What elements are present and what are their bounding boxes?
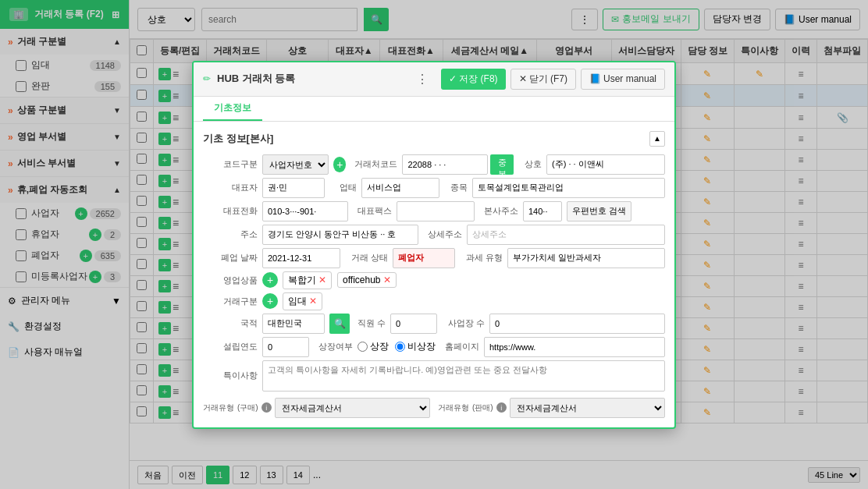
section-collapse-btn[interactable]: ▲	[649, 131, 665, 147]
trade-type-buy-info[interactable]: i	[261, 402, 272, 413]
fax-label: 대표팩스	[353, 205, 392, 217]
modal-close-label: 닫기 (F7)	[529, 73, 567, 86]
modal-header-actions: ⋮ ✓ 저장 (F8) ✕ 닫기 (F7) 📘 User manual	[408, 69, 665, 90]
trade-status-label: 거래 상태	[345, 252, 388, 264]
product-tag-1: officehub ✕	[337, 272, 397, 288]
name-label: 상호	[518, 158, 542, 170]
radio-listed[interactable]: 상장	[358, 340, 389, 353]
form-row-9: 설립연도 상장여부 상장 비상장 홈페이지	[203, 337, 665, 357]
form-row-8: 국적 🔍 직원 수 사업장 수	[203, 314, 665, 334]
modal-save-btn[interactable]: ✓ 저장 (F8)	[441, 69, 505, 90]
section-header: 기초 정보[본사] ▲	[203, 131, 665, 147]
closed-date-input[interactable]	[262, 248, 340, 268]
trade-type-tag-0-label: 임대	[288, 295, 307, 308]
trade-type-tags: 임대 ✕	[283, 292, 325, 310]
fax-input[interactable]	[397, 201, 475, 221]
address-detail-label: 상세주소	[423, 229, 462, 240]
trade-type-buy-select[interactable]: 전자세금계산서	[275, 398, 430, 418]
close-icon: ✕	[519, 73, 527, 84]
homepage-input[interactable]	[484, 337, 665, 357]
trade-type-tag-0: 임대 ✕	[283, 292, 322, 310]
product-tag-0-remove[interactable]: ✕	[318, 275, 326, 285]
section-title: 기초 정보[본사]	[203, 132, 273, 146]
trade-type-buy-label: 거래유형	[203, 402, 234, 413]
modal-header: ✏ HUB 거래처 등록 ⋮ ✓ 저장 (F8) ✕ 닫기 (F7) 📘 Use…	[194, 62, 674, 97]
modal-close-btn[interactable]: ✕ 닫기 (F7)	[510, 69, 576, 90]
location-input[interactable]	[262, 225, 418, 245]
radio-listed-input[interactable]	[358, 342, 368, 352]
trade-code-group: 중복확인	[402, 154, 514, 175]
name-input[interactable]	[546, 154, 665, 175]
trade-type-label: 거래구분	[203, 296, 258, 307]
trade-type-buy-group: 거래유형 (구매) i 전자세금계산서	[203, 398, 430, 418]
add-code-btn[interactable]: +	[333, 157, 346, 172]
business-size-label: 사업장 수	[442, 317, 485, 329]
radio-listed-label: 상장	[370, 340, 389, 353]
add-trade-type-btn[interactable]: +	[262, 293, 278, 309]
modal-tabs: 기초정보	[194, 97, 674, 122]
trade-type-sell-label: 거래유형	[438, 402, 469, 413]
trade-type-sell-info[interactable]: i	[496, 402, 507, 413]
location-label: 주소	[203, 229, 258, 240]
employees-label: 직원 수	[354, 317, 386, 329]
address-zip-input[interactable]	[523, 201, 562, 221]
country-label: 국적	[203, 317, 258, 329]
phone-input[interactable]	[262, 201, 348, 221]
trade-type-sell-select[interactable]: 전자세금계산서	[510, 398, 665, 418]
modal-save-label: 저장 (F8)	[459, 73, 497, 86]
duplicate-check-btn[interactable]: 중복확인	[490, 154, 514, 175]
radio-unlisted-label: 비상장	[407, 340, 436, 353]
modal-manual-btn[interactable]: 📘 User manual	[581, 69, 665, 90]
phone-label: 대표전화	[203, 205, 258, 217]
address-detail-input[interactable]	[467, 225, 665, 245]
business-size-input[interactable]	[489, 314, 665, 334]
form-row-7: 거래구분 + 임대 ✕	[203, 292, 665, 310]
trade-type-tag-0-remove[interactable]: ✕	[309, 296, 317, 307]
product-tag-0-label: 복합기	[288, 274, 316, 287]
form-row-6: 영업상품 + 복합기 ✕ officehub ✕	[203, 271, 665, 289]
product-tag-0: 복합기 ✕	[283, 271, 332, 289]
trade-modal: ✏ HUB 거래처 등록 ⋮ ✓ 저장 (F8) ✕ 닫기 (F7) 📘 Use…	[192, 61, 676, 429]
bottom-selects: 거래유형 (구매) i 전자세금계산서 거래유형 (판매) i 전자세금계산서	[203, 398, 665, 418]
form-row-5: 폐업 날짜 거래 상태 과세 유형	[203, 248, 665, 268]
radio-unlisted[interactable]: 비상장	[395, 340, 436, 353]
homepage-label: 홈페이지	[440, 341, 479, 353]
zip-search-btn[interactable]: 우편번호 검색	[567, 201, 631, 221]
modal-overlay: ✏ HUB 거래처 등록 ⋮ ✓ 저장 (F8) ✕ 닫기 (F7) 📘 Use…	[0, 0, 868, 489]
item-label: 종목	[444, 182, 468, 193]
modal-manual-label: User manual	[603, 73, 656, 84]
business-type-label: 업태	[329, 182, 357, 193]
radio-unlisted-input[interactable]	[395, 342, 405, 352]
product-tag-1-remove[interactable]: ✕	[383, 275, 391, 285]
country-input[interactable]	[262, 314, 325, 334]
address-label: 본사주소	[479, 205, 518, 217]
trade-status-input[interactable]	[393, 248, 455, 268]
form-row-1: 코드구분 사업자번호 + 거래처코드 중복확인 상호	[203, 154, 665, 175]
closed-date-label: 폐업 날짜	[203, 252, 258, 264]
form-row-3: 대표전화 대표팩스 본사주소 우편번호 검색	[203, 201, 665, 221]
modal-dots-btn[interactable]: ⋮	[408, 69, 436, 90]
tax-type-input[interactable]	[507, 248, 665, 268]
special-label: 특이사항	[203, 370, 258, 381]
trade-code-label: 거래처코드	[350, 158, 397, 170]
form-row-4: 주소 상세주소	[203, 225, 665, 245]
modal-title: HUB 거래처 등록	[217, 72, 402, 86]
employees-input[interactable]	[390, 314, 437, 334]
tab-basic-info[interactable]: 기초정보	[203, 97, 262, 121]
business-type-input[interactable]	[361, 178, 439, 198]
code-type-select[interactable]: 사업자번호	[262, 154, 329, 175]
trade-type-buy-sublabel: (구매)	[237, 402, 258, 413]
form-row-2: 대표자 업태 종목	[203, 178, 665, 198]
est-year-input[interactable]	[262, 337, 309, 357]
modal-title-icon: ✏	[203, 73, 211, 84]
products-label: 영업상품	[203, 275, 258, 286]
tax-type-label: 과세 유형	[460, 252, 503, 264]
products-tags: 복합기 ✕ officehub ✕	[283, 271, 399, 289]
special-textarea[interactable]	[262, 360, 665, 392]
trade-code-input[interactable]	[402, 154, 488, 175]
item-input[interactable]	[472, 178, 665, 198]
add-product-btn[interactable]: +	[262, 272, 278, 288]
code-type-label: 코드구분	[203, 158, 258, 170]
country-search-btn[interactable]: 🔍	[329, 314, 350, 334]
ceo-input[interactable]	[262, 178, 325, 198]
